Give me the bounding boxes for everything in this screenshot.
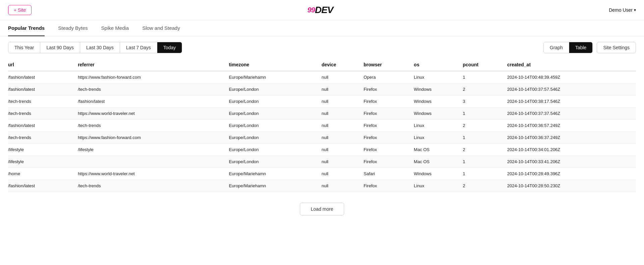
cell-pcount: 1	[463, 108, 507, 120]
cell-pcount: 1	[463, 132, 507, 144]
table-row: /tech-trendshttps://www.world-traveler.n…	[8, 108, 636, 120]
cell-device: null	[322, 144, 364, 156]
cell-url: /fashion/latest	[8, 71, 78, 83]
cell-timezone: Europe/London	[229, 144, 321, 156]
col-header-browser: browser	[364, 59, 414, 71]
cell-device: null	[322, 83, 364, 95]
cell-referrer: /lifestyle	[78, 144, 229, 156]
site-settings-button[interactable]: Site Settings	[597, 42, 636, 53]
tab-today[interactable]: Today	[157, 42, 182, 53]
right-controls: Graph Table Site Settings	[543, 42, 636, 53]
cell-os: Linux	[414, 71, 463, 83]
col-header-referrer: referrer	[78, 59, 229, 71]
logo-99: 99	[307, 6, 315, 14]
cell-url: /home	[8, 168, 78, 180]
cell-created_at: 2024-10-14T00:28:49.396Z	[507, 168, 636, 180]
cell-browser: Firefox	[364, 83, 414, 95]
cell-url: /tech-trends	[8, 95, 78, 108]
cell-created_at: 2024-10-14T00:36:37.249Z	[507, 132, 636, 144]
tab-last-90[interactable]: Last 90 Days	[40, 42, 80, 53]
cell-browser: Firefox	[364, 120, 414, 132]
view-toggle: Graph Table	[543, 42, 593, 53]
header: + Site 99 DEV Demo User	[0, 0, 644, 20]
cell-timezone: Europe/Mariehamn	[229, 71, 321, 83]
table-header-row: url referrer timezone device browser os …	[8, 59, 636, 71]
cell-os: Windows	[414, 108, 463, 120]
add-site-button[interactable]: + Site	[8, 5, 32, 15]
cell-referrer: https://www.fashion-forward.com	[78, 71, 229, 83]
logo-dev: DEV	[315, 5, 333, 15]
col-header-created_at: created_at	[507, 59, 636, 71]
cell-os: Windows	[414, 83, 463, 95]
cell-browser: Firefox	[364, 108, 414, 120]
nav-item-steady-bytes[interactable]: Steady Bytes	[58, 25, 88, 36]
cell-pcount: 2	[463, 144, 507, 156]
cell-created_at: 2024-10-14T00:38:17.546Z	[507, 95, 636, 108]
cell-timezone: Europe/Mariehamn	[229, 168, 321, 180]
cell-url: /lifestyle	[8, 156, 78, 168]
col-header-device: device	[322, 59, 364, 71]
cell-pcount: 2	[463, 180, 507, 192]
table-row: /fashion/latesthttps://www.fashion-forwa…	[8, 71, 636, 83]
col-header-os: os	[414, 59, 463, 71]
cell-os: Windows	[414, 168, 463, 180]
cell-created_at: 2024-10-14T00:37:57.546Z	[507, 83, 636, 95]
tab-group: This Year Last 90 Days Last 30 Days Last…	[8, 42, 182, 53]
table-row: /fashion/latest/tech-trendsEurope/London…	[8, 120, 636, 132]
nav-item-slow-steady[interactable]: Slow and Steady	[142, 25, 180, 36]
cell-pcount: 1	[463, 156, 507, 168]
cell-url: /fashion/latest	[8, 120, 78, 132]
cell-browser: Firefox	[364, 95, 414, 108]
cell-os: Linux	[414, 132, 463, 144]
view-graph-button[interactable]: Graph	[544, 42, 569, 53]
cell-browser: Safari	[364, 168, 414, 180]
tab-this-year[interactable]: This Year	[8, 42, 40, 53]
table-container: url referrer timezone device browser os …	[0, 59, 644, 192]
tab-last-7[interactable]: Last 7 Days	[120, 42, 157, 53]
toolbar: This Year Last 90 Days Last 30 Days Last…	[0, 37, 644, 59]
cell-url: /tech-trends	[8, 132, 78, 144]
logo: 99 DEV	[307, 5, 333, 15]
cell-os: Mac OS	[414, 144, 463, 156]
nav-item-spike-media[interactable]: Spike Media	[101, 25, 129, 36]
cell-created_at: 2024-10-14T00:37:37.546Z	[507, 108, 636, 120]
cell-device: null	[322, 180, 364, 192]
cell-url: /tech-trends	[8, 108, 78, 120]
load-more-button[interactable]: Load more	[300, 203, 344, 215]
cell-referrer: /tech-trends	[78, 120, 229, 132]
cell-created_at: 2024-10-14T00:33:41.206Z	[507, 156, 636, 168]
cell-browser: Firefox	[364, 180, 414, 192]
cell-browser: Opera	[364, 71, 414, 83]
col-header-pcount: pcount	[463, 59, 507, 71]
cell-pcount: 2	[463, 120, 507, 132]
cell-timezone: Europe/Mariehamn	[229, 180, 321, 192]
table-row: /lifestyleEurope/LondonnullFirefoxMac OS…	[8, 156, 636, 168]
cell-referrer: /tech-trends	[78, 83, 229, 95]
tab-last-30[interactable]: Last 30 Days	[80, 42, 120, 53]
cell-timezone: Europe/London	[229, 108, 321, 120]
cell-device: null	[322, 120, 364, 132]
cell-os: Linux	[414, 120, 463, 132]
nav-item-popular-trends[interactable]: Popular Trends	[8, 25, 45, 36]
cell-browser: Firefox	[364, 132, 414, 144]
cell-url: /lifestyle	[8, 144, 78, 156]
cell-pcount: 1	[463, 168, 507, 180]
cell-timezone: Europe/London	[229, 83, 321, 95]
user-menu[interactable]: Demo User	[609, 7, 636, 13]
cell-device: null	[322, 108, 364, 120]
cell-pcount: 3	[463, 95, 507, 108]
cell-device: null	[322, 156, 364, 168]
load-more-container: Load more	[0, 192, 644, 226]
cell-created_at: 2024-10-14T00:28:50.230Z	[507, 180, 636, 192]
cell-device: null	[322, 71, 364, 83]
table-row: /lifestyle/lifestyleEurope/LondonnullFir…	[8, 144, 636, 156]
cell-browser: Firefox	[364, 156, 414, 168]
data-table: url referrer timezone device browser os …	[8, 59, 636, 192]
view-table-button[interactable]: Table	[569, 42, 592, 53]
table-row: /homehttps://www.world-traveler.netEurop…	[8, 168, 636, 180]
col-header-url: url	[8, 59, 78, 71]
table-row: /tech-trends/fashion/latestEurope/London…	[8, 95, 636, 108]
cell-referrer: https://www.fashion-forward.com	[78, 132, 229, 144]
cell-device: null	[322, 168, 364, 180]
cell-os: Linux	[414, 180, 463, 192]
